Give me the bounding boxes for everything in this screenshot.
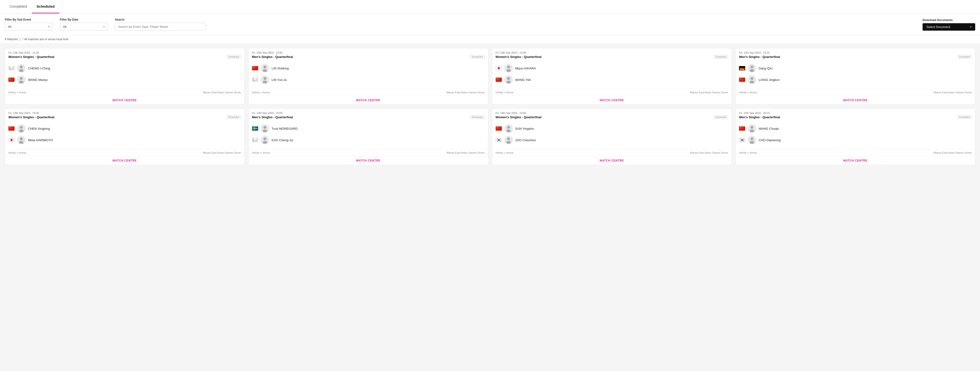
svg-point-10 bbox=[507, 77, 510, 80]
match-centre-button[interactable]: MATCH CENTRE bbox=[113, 99, 137, 102]
svg-point-13 bbox=[750, 69, 754, 72]
player-avatar bbox=[17, 124, 25, 133]
match-players: 🇨🇳 SUN Yingsha 🇰🇷 JOO Cheonhui bbox=[492, 120, 732, 148]
player-name: Miwa HARIMOTO bbox=[28, 139, 53, 142]
meta-bar: 8 Matches | * All matches are in venue l… bbox=[0, 35, 980, 43]
tab-completed[interactable]: Completed bbox=[5, 0, 32, 13]
venue-right: Macao East Asian Games Dome bbox=[203, 151, 241, 154]
player-flag-icon: 🇨🇳 bbox=[496, 126, 502, 131]
match-status-badge: Scheduled bbox=[226, 55, 241, 59]
match-title-row: Women's Singles - Quarterfinal Scheduled bbox=[8, 115, 241, 119]
player-name: LIANG Jingkun bbox=[759, 78, 780, 81]
player-avatar bbox=[504, 75, 513, 84]
player-row: 🏳️ CHENG I-Ching bbox=[8, 62, 241, 74]
match-datetime: Fri, 13th Sep 2024 - 14:15 bbox=[739, 51, 972, 54]
match-centre-button[interactable]: MATCH CENTRE bbox=[600, 99, 624, 102]
player-name: Miyuu KIHARA bbox=[515, 67, 536, 70]
date-filter-select[interactable]: All ▾ bbox=[60, 23, 108, 31]
player-row: 🇯🇵 Miwa HARIMOTO bbox=[8, 134, 241, 146]
svg-point-19 bbox=[19, 141, 24, 143]
match-card: Fri, 13th Sep 2024 - 13:40 Women's Singl… bbox=[492, 48, 732, 105]
match-card-header: Fri, 13th Sep 2024 - 20:15 Men's Singles… bbox=[736, 109, 975, 120]
match-centre-button[interactable]: MATCH CENTRE bbox=[843, 159, 867, 162]
player-row: 🇨🇳 LIN Shidong bbox=[252, 62, 485, 74]
match-venues: Infinity ∞ Arena Macao East Asian Games … bbox=[736, 149, 975, 156]
match-centre-button[interactable]: MATCH CENTRE bbox=[356, 99, 380, 102]
player-avatar bbox=[504, 124, 513, 133]
match-title-row: Men's Singles - Quarterfinal Scheduled bbox=[739, 115, 972, 119]
match-players: 🏳️ CHENG I-Ching 🇨🇳 WANG Manyu bbox=[5, 60, 244, 88]
player-flag-icon: 🇯🇵 bbox=[8, 138, 14, 142]
player-name: Dang QIU bbox=[759, 67, 773, 70]
player-name: WANG Yidi bbox=[515, 78, 531, 81]
player-flag-icon: 🇯🇵 bbox=[496, 66, 502, 70]
download-select-value: Select Document bbox=[926, 25, 950, 29]
player-flag-icon: 🇨🇳 bbox=[8, 126, 14, 131]
svg-point-18 bbox=[20, 137, 23, 140]
svg-point-12 bbox=[751, 65, 753, 68]
svg-point-20 bbox=[264, 126, 266, 129]
venue-right: Macao East Asian Games Dome bbox=[934, 91, 972, 94]
match-status-badge: Scheduled bbox=[226, 115, 241, 119]
venue-left: Infinity ∞ Arena bbox=[8, 91, 26, 94]
svg-point-15 bbox=[750, 81, 754, 83]
svg-point-5 bbox=[263, 69, 267, 72]
player-avatar bbox=[748, 64, 756, 73]
match-venues: Infinity ∞ Arena Macao East Asian Games … bbox=[5, 149, 244, 156]
tab-list: Completed Scheduled bbox=[0, 0, 980, 14]
tab-scheduled[interactable]: Scheduled bbox=[32, 0, 60, 13]
svg-point-24 bbox=[507, 126, 510, 129]
match-venues: Infinity ∞ Arena Macao East Asian Games … bbox=[736, 89, 975, 96]
filters-bar: Filter By Sub Event All ▾ Filter By Date… bbox=[0, 14, 980, 35]
player-flag-icon: 🇨🇳 bbox=[496, 78, 502, 82]
match-centre-button[interactable]: MATCH CENTRE bbox=[356, 159, 380, 162]
match-centre-button[interactable]: MATCH CENTRE bbox=[113, 159, 137, 162]
venue-left: Infinity ∞ Arena bbox=[252, 151, 270, 154]
svg-point-11 bbox=[506, 81, 511, 83]
svg-point-28 bbox=[751, 126, 753, 129]
player-row: 🏳️ KAO Cheng-Jui bbox=[252, 134, 485, 146]
download-group: Download Documents Select Document ▾ bbox=[923, 18, 975, 31]
player-name: CHENG I-Ching bbox=[28, 67, 50, 70]
player-flag-icon: 🇨🇳 bbox=[252, 66, 258, 70]
match-players: 🇨🇳 CHEN Xingtong 🇯🇵 Miwa HARIMOTO bbox=[5, 120, 244, 148]
match-players: 🇸🇪 Truls MOREGARD 🏳️ KAO Cheng-Jui bbox=[249, 120, 488, 148]
svg-point-0 bbox=[20, 65, 23, 68]
download-chevron-icon: ▾ bbox=[970, 25, 971, 28]
venue-right: Macao East Asian Games Dome bbox=[690, 151, 728, 154]
match-centre-button[interactable]: MATCH CENTRE bbox=[843, 99, 867, 102]
match-title-row: Men's Singles - Quarterfinal Scheduled bbox=[739, 55, 972, 59]
match-venues: Infinity ∞ Arena Macao East Asian Games … bbox=[492, 149, 732, 156]
svg-point-22 bbox=[264, 137, 266, 140]
match-datetime: Fri, 13th Sep 2024 - 12:30 bbox=[8, 51, 241, 54]
svg-point-2 bbox=[20, 77, 23, 80]
venue-left: Infinity ∞ Arena bbox=[496, 151, 514, 154]
player-avatar bbox=[504, 64, 513, 73]
player-name: Truls MOREGARD bbox=[272, 127, 298, 131]
player-avatar bbox=[748, 124, 756, 133]
match-players: 🇨🇳 LIN Shidong 🏳️ LIN Yun-Ju bbox=[249, 60, 488, 88]
match-title: Men's Singles - Quarterfinal bbox=[252, 115, 293, 119]
svg-point-25 bbox=[506, 129, 511, 132]
svg-point-7 bbox=[263, 81, 267, 83]
venue-left: Infinity ∞ Arena bbox=[496, 91, 514, 94]
match-title-row: Women's Singles - Quarterfinal Scheduled bbox=[496, 55, 728, 59]
match-title-row: Men's Singles - Quarterfinal Scheduled bbox=[252, 115, 485, 119]
svg-point-6 bbox=[264, 77, 266, 80]
match-card: Fri, 13th Sep 2024 - 20:15 Men's Singles… bbox=[735, 108, 975, 165]
match-footer: MATCH CENTRE bbox=[5, 96, 244, 104]
download-select[interactable]: Select Document ▾ bbox=[923, 23, 975, 31]
svg-point-30 bbox=[751, 137, 753, 140]
player-avatar bbox=[261, 64, 269, 73]
sub-event-filter-select[interactable]: All ▾ bbox=[5, 23, 52, 31]
match-datetime: Fri, 13th Sep 2024 - 13:05 bbox=[252, 51, 485, 54]
match-title-row: Women's Singles - Quarterfinal Scheduled bbox=[496, 115, 728, 119]
player-row: 🇩🇪 Dang QIU bbox=[739, 62, 972, 74]
match-title: Men's Singles - Quarterfinal bbox=[739, 115, 780, 119]
search-input[interactable] bbox=[115, 23, 206, 31]
match-centre-button[interactable]: MATCH CENTRE bbox=[600, 159, 624, 162]
player-row: 🇨🇳 WANG Manyu bbox=[8, 74, 241, 86]
match-card-header: Fri, 13th Sep 2024 - 19:05 Men's Singles… bbox=[249, 109, 488, 120]
match-venues: Infinity ∞ Arena Macao East Asian Games … bbox=[492, 89, 732, 96]
download-label: Download Documents bbox=[923, 18, 975, 22]
